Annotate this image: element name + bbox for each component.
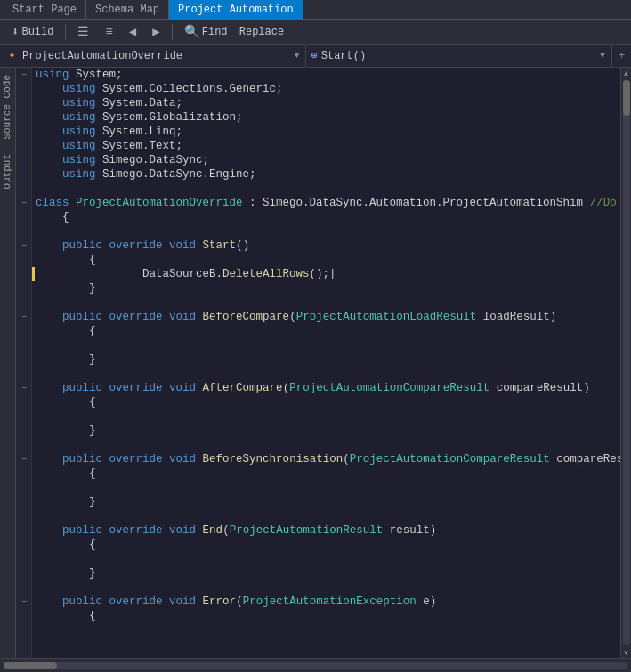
code-line-20[interactable]: } bbox=[36, 352, 617, 367]
h-scroll-thumb bbox=[4, 662, 57, 669]
h-scroll-track[interactable] bbox=[4, 662, 627, 669]
code-line-1[interactable]: using System.Collections.Generic; bbox=[36, 82, 617, 96]
code-line-37[interactable]: public override void Error(ProjectAutoma… bbox=[36, 595, 617, 609]
side-labels: Source Code Output bbox=[0, 68, 16, 658]
code-line-26[interactable] bbox=[36, 438, 617, 452]
code-line-31[interactable] bbox=[36, 509, 617, 523]
code-line-11[interactable] bbox=[36, 224, 617, 239]
tab-bar: Start Page Schema Map Project Automation bbox=[0, 0, 631, 20]
code-line-4[interactable]: using System.Linq; bbox=[36, 125, 617, 139]
code-line-23[interactable]: { bbox=[36, 395, 617, 409]
source-code-label[interactable]: Source Code bbox=[0, 68, 15, 147]
code-line-35[interactable]: } bbox=[36, 566, 617, 580]
collapse-btn-34 bbox=[16, 552, 32, 566]
collapse-btn-9[interactable]: − bbox=[16, 196, 32, 210]
collapse-btn-15 bbox=[16, 281, 32, 296]
code-line-10[interactable]: { bbox=[36, 210, 617, 224]
output-label[interactable]: Output bbox=[0, 147, 15, 197]
code-line-25[interactable]: } bbox=[36, 424, 617, 438]
main-area: Source Code Output −−−−−−−− using System… bbox=[0, 68, 631, 658]
collapse-btn-30 bbox=[16, 495, 32, 509]
collapse-btn-18 bbox=[16, 324, 32, 338]
collapse-btn-25 bbox=[16, 424, 32, 438]
code-line-13[interactable]: { bbox=[36, 253, 617, 267]
code-line-30[interactable]: } bbox=[36, 495, 617, 509]
collapse-btn-4 bbox=[16, 125, 32, 139]
collapse-btn-16 bbox=[16, 296, 32, 310]
code-content[interactable]: using System; using System.Collections.G… bbox=[32, 68, 620, 658]
build-button[interactable]: ⬇ Build bbox=[5, 21, 60, 42]
code-line-3[interactable]: using System.Globalization; bbox=[36, 110, 617, 125]
collapse-btn-26 bbox=[16, 438, 32, 452]
code-line-16[interactable] bbox=[36, 296, 617, 310]
code-line-29[interactable] bbox=[36, 481, 617, 495]
collapse-btn-33 bbox=[16, 538, 32, 552]
outdent-left-button[interactable]: ◀ bbox=[123, 21, 142, 42]
vertical-scrollbar[interactable]: ▲ ▼ bbox=[620, 68, 631, 658]
collapse-btn-10 bbox=[16, 210, 32, 224]
code-line-5[interactable]: using System.Text; bbox=[36, 139, 617, 153]
code-line-21[interactable] bbox=[36, 367, 617, 381]
search-icon: 🔍 bbox=[184, 24, 199, 39]
code-line-17[interactable]: public override void BeforeCompare(Proje… bbox=[36, 310, 617, 324]
collapse-btn-37[interactable]: − bbox=[16, 595, 32, 609]
collapse-btn-35 bbox=[16, 566, 32, 580]
scroll-track[interactable] bbox=[623, 80, 630, 645]
collapse-btn-29 bbox=[16, 481, 32, 495]
scroll-down-button[interactable]: ▼ bbox=[621, 647, 632, 658]
collapse-btn-32[interactable]: − bbox=[16, 523, 32, 538]
horizontal-scrollbar[interactable] bbox=[0, 658, 631, 672]
code-line-2[interactable]: using System.Data; bbox=[36, 96, 617, 110]
collapse-btn-11 bbox=[16, 224, 32, 239]
indent-button[interactable]: ≡ bbox=[99, 22, 118, 42]
collapse-btn-23 bbox=[16, 395, 32, 409]
code-line-15[interactable]: } bbox=[36, 281, 617, 296]
code-line-38[interactable]: { bbox=[36, 609, 617, 623]
tab-project-automation[interactable]: Project Automation bbox=[169, 0, 303, 20]
collapse-btn-13 bbox=[16, 253, 32, 267]
indent-all-button[interactable]: ☰ bbox=[71, 21, 95, 42]
code-line-12[interactable]: public override void Start() bbox=[36, 239, 617, 253]
code-line-0[interactable]: using System; bbox=[36, 68, 617, 82]
code-line-32[interactable]: public override void End(ProjectAutomati… bbox=[36, 523, 617, 538]
nav-expand-button[interactable]: + bbox=[611, 45, 631, 68]
method-icon: ⊕ bbox=[311, 49, 318, 62]
collapse-btn-22[interactable]: − bbox=[16, 381, 32, 395]
class-dropdown-arrow: ▼ bbox=[294, 51, 299, 61]
code-line-18[interactable]: { bbox=[36, 324, 617, 338]
method-dropdown[interactable]: ⊕ Start() ▼ bbox=[306, 45, 612, 68]
nav-row: 🔸 ProjectAutomationOverride ▼ ⊕ Start() … bbox=[0, 45, 631, 68]
tab-schema-map[interactable]: Schema Map bbox=[86, 0, 169, 20]
collapse-btn-12[interactable]: − bbox=[16, 239, 32, 253]
scroll-up-button[interactable]: ▲ bbox=[621, 68, 632, 78]
tab-start-page[interactable]: Start Page bbox=[4, 0, 86, 20]
build-icon: ⬇ bbox=[12, 24, 19, 39]
collapse-btn-17[interactable]: − bbox=[16, 310, 32, 324]
find-replace-button[interactable]: 🔍 Find Replace bbox=[178, 21, 290, 42]
collapse-btn-2 bbox=[16, 96, 32, 110]
code-line-6[interactable]: using Simego.DataSync; bbox=[36, 153, 617, 167]
outdent-right-button[interactable]: ▶ bbox=[146, 21, 166, 42]
class-dropdown[interactable]: 🔸 ProjectAutomationOverride ▼ bbox=[0, 45, 306, 68]
code-line-9[interactable]: class ProjectAutomationOverride : Simego… bbox=[36, 196, 617, 210]
collapse-btn-14 bbox=[16, 267, 32, 281]
code-line-19[interactable] bbox=[36, 338, 617, 352]
collapse-btn-0[interactable]: − bbox=[16, 68, 32, 82]
code-line-14[interactable]: DataSourceB.DeleteAllRows();| bbox=[32, 267, 617, 281]
code-line-34[interactable] bbox=[36, 552, 617, 566]
code-line-27[interactable]: public override void BeforeSynchronisati… bbox=[36, 452, 617, 466]
collapse-btn-6 bbox=[16, 153, 32, 167]
code-line-8[interactable] bbox=[36, 182, 617, 196]
code-line-7[interactable]: using Simego.DataSync.Engine; bbox=[36, 167, 617, 182]
toolbar: ⬇ Build ☰ ≡ ◀ ▶ 🔍 Find Replace bbox=[0, 20, 631, 45]
collapse-btn-21 bbox=[16, 367, 32, 381]
collapse-btn-27[interactable]: − bbox=[16, 452, 32, 466]
code-line-28[interactable]: { bbox=[36, 466, 617, 481]
indent-icon: ≡ bbox=[105, 25, 112, 39]
code-line-22[interactable]: public override void AfterCompare(Projec… bbox=[36, 381, 617, 395]
collapse-btn-3 bbox=[16, 110, 32, 125]
code-line-33[interactable]: { bbox=[36, 538, 617, 552]
code-line-36[interactable] bbox=[36, 580, 617, 595]
build-label: Build bbox=[21, 26, 53, 38]
code-line-24[interactable] bbox=[36, 409, 617, 424]
